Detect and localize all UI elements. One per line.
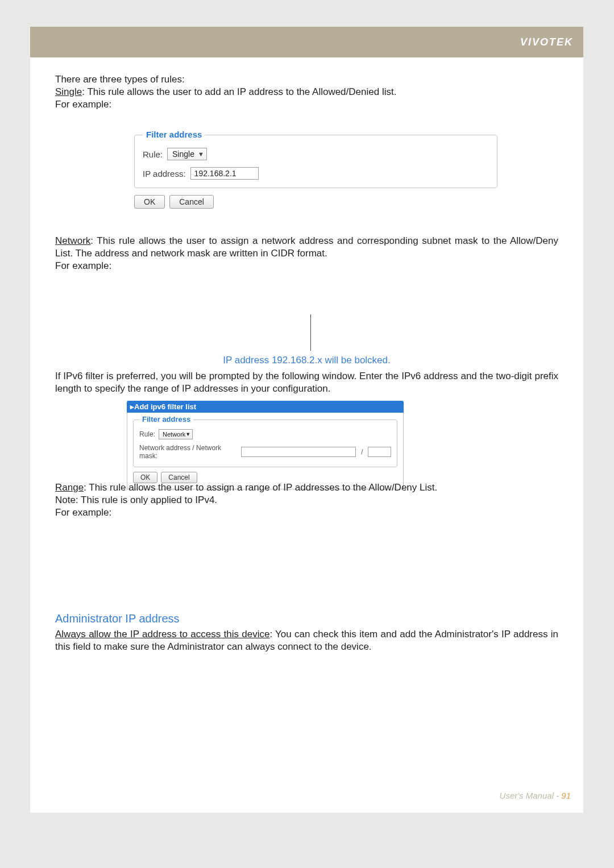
network-rest: : This rule allows the user to assign a …	[55, 235, 558, 259]
intro-line1: There are three types of rules:	[55, 73, 558, 86]
ipv6-rule-value: Network	[163, 431, 185, 438]
figure-pointer-line	[310, 314, 311, 351]
range-paragraph: Range: This rule allows the user to assi…	[55, 481, 558, 519]
rule-select-value: Single	[172, 149, 194, 159]
network-paragraph: Network: This rule allows the user to as…	[55, 235, 558, 272]
ipv6-panel-header: ▸Add ipv6 filter list	[127, 401, 404, 413]
rule-row: Rule: Single ▼	[143, 148, 489, 160]
filter-fieldset: Filter address Rule: Single ▼ IP address…	[134, 135, 497, 188]
network-figure-placeholder	[129, 275, 527, 358]
slash-separator: /	[359, 448, 364, 456]
ipv6-mask-row: Network address / Network mask: /	[139, 444, 391, 460]
intro-example: For example:	[55, 98, 558, 111]
cancel-button[interactable]: Cancel	[169, 195, 214, 209]
admin-label: Always allow the IP address to access th…	[55, 629, 269, 639]
ipv6-network-address-input[interactable]	[241, 447, 356, 457]
ipv6-rule-select[interactable]: Network ▼	[159, 429, 193, 439]
network-example: For example:	[55, 260, 558, 272]
ipv6-fieldset: Filter address Rule: Network ▼ Network a…	[133, 420, 397, 467]
figure-annotation: IP address 192.168.2.x will be bolcked.	[55, 355, 558, 366]
filter-panel-single: Filter address Rule: Single ▼ IP address…	[134, 135, 497, 213]
chevron-down-icon: ▼	[198, 151, 204, 157]
ipv6-mask-label: Network address / Network mask:	[139, 444, 238, 460]
ipv6-panel: ▸Add ipv6 filter list Filter address Rul…	[127, 401, 404, 489]
filter-legend: Filter address	[143, 130, 205, 139]
rule-select[interactable]: Single ▼	[167, 148, 207, 160]
footer-text: User's Manual -	[500, 791, 562, 800]
ip-label: IP address:	[143, 169, 186, 178]
content-area: There are three types of rules: Single: …	[55, 73, 558, 111]
ipv6-rule-label: Rule:	[139, 430, 155, 438]
network-label: Network	[55, 235, 90, 246]
range-label: Range	[55, 482, 84, 493]
page-number: 91	[561, 791, 571, 800]
single-label: Single	[55, 86, 82, 97]
rule-label: Rule:	[143, 149, 163, 159]
single-rest: : This rule allows the user to add an IP…	[82, 86, 396, 97]
ip-address-input[interactable]: 192.168.2.1	[190, 167, 259, 180]
ipv6-paragraph: If IPv6 filter is preferred, you will be…	[55, 370, 558, 395]
range-note: Note: This rule is only applied to IPv4.	[55, 494, 558, 506]
ipv6-rule-row: Rule: Network ▼	[139, 429, 391, 439]
ip-address-value: 192.168.2.1	[194, 169, 237, 178]
chevron-down-icon: ▼	[185, 431, 190, 437]
ok-button[interactable]: OK	[134, 195, 165, 209]
header-banner	[30, 27, 583, 57]
footer: User's Manual - 91	[500, 791, 571, 800]
ipv6-panel-body: Filter address Rule: Network ▼ Network a…	[127, 413, 404, 489]
range-rest: : This rule allows the user to assign a …	[84, 482, 437, 493]
ipv6-legend: Filter address	[139, 415, 193, 423]
intro-single: Single: This rule allows the user to add…	[55, 86, 558, 98]
ipv6-text: If IPv6 filter is preferred, you will be…	[55, 370, 558, 395]
button-row-single: OK Cancel	[134, 195, 497, 209]
page: VIVOTEK There are three types of rules: …	[30, 27, 583, 813]
admin-heading: Administrator IP address	[55, 612, 180, 625]
admin-paragraph: Always allow the IP address to access th…	[55, 628, 558, 653]
brand-logo: VIVOTEK	[520, 36, 573, 48]
ip-row: IP address: 192.168.2.1	[143, 167, 489, 180]
ipv6-network-mask-input[interactable]	[368, 447, 391, 457]
range-example: For example:	[55, 506, 558, 519]
